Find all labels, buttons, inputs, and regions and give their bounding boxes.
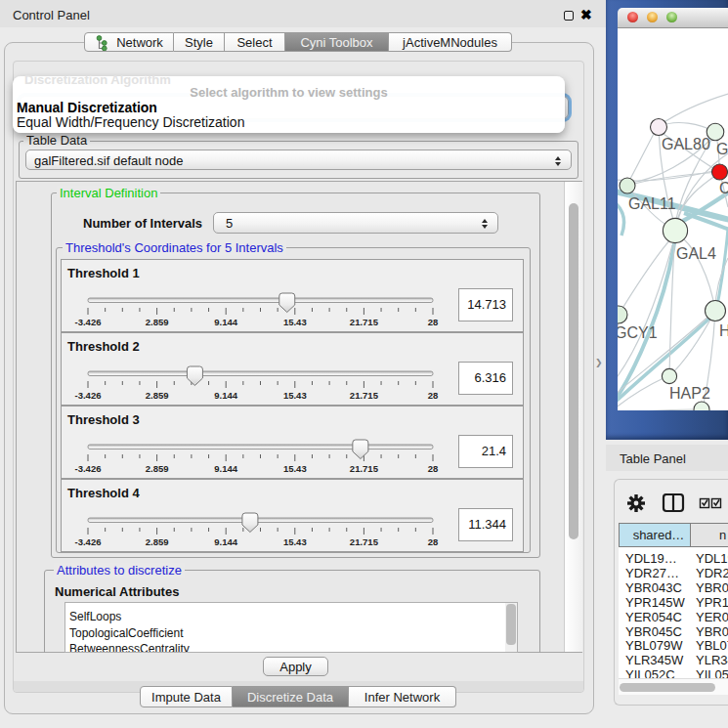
svg-text:9.144: 9.144 (214, 536, 237, 547)
svg-text:15.43: 15.43 (283, 463, 307, 474)
svg-text:-3.426: -3.426 (75, 536, 102, 547)
svg-text:21.715: 21.715 (350, 390, 379, 401)
svg-text:21.715: 21.715 (350, 463, 379, 474)
svg-text:GCY1: GCY1 (618, 324, 658, 341)
svg-text:28: 28 (428, 463, 439, 474)
svg-text:-3.426: -3.426 (75, 463, 102, 474)
svg-text:6.316: 6.316 (474, 370, 506, 385)
svg-text:C: C (719, 180, 728, 196)
svg-text:H: H (719, 322, 728, 339)
svg-text:GA: GA (716, 141, 728, 157)
svg-text:28: 28 (428, 536, 439, 547)
svg-text:-3.426: -3.426 (75, 317, 102, 327)
svg-text:15.43: 15.43 (283, 390, 307, 401)
svg-text:28: 28 (428, 317, 439, 327)
svg-text:21.715: 21.715 (350, 317, 379, 327)
svg-text:2.859: 2.859 (146, 463, 169, 474)
svg-text:Threshold 3: Threshold 3 (67, 412, 140, 427)
svg-text:2.859: 2.859 (146, 317, 169, 327)
svg-text:11.344: 11.344 (468, 517, 506, 532)
svg-text:21.4: 21.4 (482, 444, 506, 458)
svg-text:9.144: 9.144 (214, 463, 237, 474)
svg-text:15.43: 15.43 (283, 317, 307, 327)
svg-text:14.713: 14.713 (467, 297, 506, 312)
svg-text:15.43: 15.43 (283, 536, 307, 547)
svg-text:HAP2: HAP2 (669, 385, 710, 402)
svg-text:21.715: 21.715 (350, 536, 379, 547)
svg-text:28: 28 (428, 390, 439, 401)
svg-text:Threshold 2: Threshold 2 (67, 339, 140, 354)
svg-text:Threshold 4: Threshold 4 (67, 486, 140, 500)
svg-text:GAL11: GAL11 (628, 195, 676, 212)
svg-text:GAL80: GAL80 (662, 136, 710, 152)
svg-text:Threshold 1: Threshold 1 (67, 266, 140, 280)
svg-text:GAL4: GAL4 (676, 245, 716, 262)
svg-text:2.859: 2.859 (146, 390, 169, 401)
svg-text:9.144: 9.144 (214, 390, 237, 401)
svg-text:9.144: 9.144 (214, 317, 237, 327)
svg-text:-3.426: -3.426 (75, 390, 102, 401)
svg-text:2.859: 2.859 (146, 536, 169, 547)
